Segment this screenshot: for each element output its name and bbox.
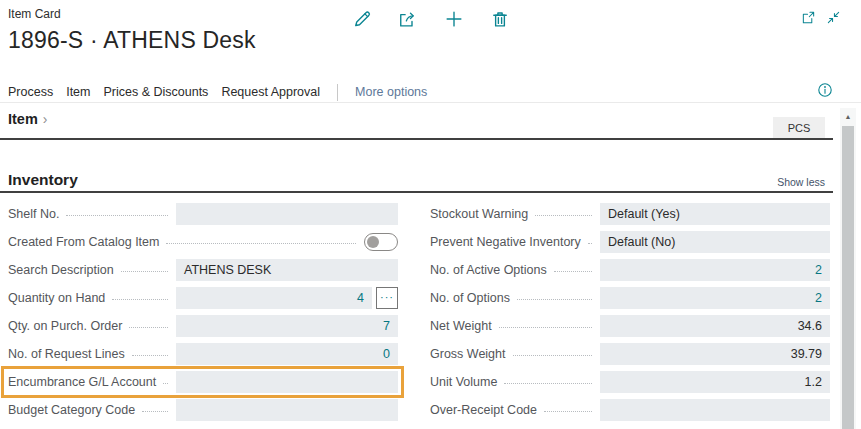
gross-weight-label: Gross Weight: [430, 347, 506, 361]
encumbrance-gl-account-label: Encumbrance G/L Account: [8, 375, 156, 389]
share-button[interactable]: [397, 9, 417, 29]
quantity-on-hand-input[interactable]: 4: [176, 287, 372, 309]
field-row-quantity-on-hand: Quantity on Hand4···: [8, 287, 398, 309]
field-row-stockout-warning: Stockout WarningDefault (Yes): [430, 203, 830, 225]
item-band-underline: [0, 138, 833, 140]
qty-on-purch-order-input[interactable]: 7: [176, 315, 398, 337]
page-title: 1896-S · ATHENS Desk: [8, 27, 256, 54]
dotted-leader: [66, 203, 168, 216]
unit-of-measure-badge[interactable]: PCS: [773, 117, 825, 139]
fields-column-right: Stockout WarningDefault (Yes)Prevent Neg…: [430, 203, 830, 427]
dotted-leader: [513, 343, 593, 356]
field-row-encumbrance-gl-account: Encumbrance G/L Account: [8, 371, 398, 393]
field-row-prevent-negative-inventory: Prevent Negative InventoryDefault (No): [430, 231, 830, 253]
inventory-section-underline: [0, 191, 833, 193]
show-less-link[interactable]: Show less: [777, 176, 825, 188]
no-of-active-options-label: No. of Active Options: [430, 263, 547, 277]
unit-volume-input[interactable]: 1.2: [600, 371, 830, 393]
dotted-leader: [163, 371, 168, 384]
no-of-request-lines-input[interactable]: 0: [176, 343, 398, 365]
shelf-no-label: Shelf No.: [8, 207, 59, 221]
dotted-leader: [499, 315, 592, 328]
qty-on-purch-order-label: Qty. on Purch. Order: [8, 319, 122, 333]
info-icon: [817, 82, 833, 98]
menu-request-approval[interactable]: Request Approval: [221, 85, 320, 99]
collapse-button[interactable]: [826, 10, 841, 25]
scrollbar-thumb[interactable]: [842, 126, 854, 429]
net-weight-input[interactable]: 34.6: [600, 315, 830, 337]
search-description-input[interactable]: ATHENS DESK: [176, 259, 398, 281]
inventory-section-title: Inventory: [8, 171, 78, 189]
no-of-request-lines-label: No. of Request Lines: [8, 347, 125, 361]
no-of-active-options-input[interactable]: 2: [600, 259, 830, 281]
no-of-options-label: No. of Options: [430, 291, 510, 305]
quantity-on-hand-assist-button[interactable]: ···: [376, 287, 398, 309]
action-bar: Process Item Prices & Discounts Request …: [8, 82, 427, 102]
trash-icon: [490, 9, 510, 29]
field-row-no-of-active-options: No. of Active Options2: [430, 259, 830, 281]
encumbrance-gl-account-input[interactable]: [176, 371, 398, 393]
new-button[interactable]: [444, 9, 464, 29]
menu-prices-discounts[interactable]: Prices & Discounts: [103, 85, 208, 99]
net-weight-label: Net Weight: [430, 319, 492, 333]
field-row-created-from-catalog-item: Created From Catalog Item: [8, 231, 398, 253]
budget-category-code-label: Budget Category Code: [8, 403, 135, 417]
fields-column-left: Shelf No.Created From Catalog ItemSearch…: [8, 203, 398, 427]
field-row-gross-weight: Gross Weight39.79: [430, 343, 830, 365]
breadcrumb: Item: [8, 111, 38, 127]
dotted-leader: [142, 399, 168, 412]
page-type-caption: Item Card: [8, 7, 61, 21]
gross-weight-input[interactable]: 39.79: [600, 343, 830, 365]
info-button[interactable]: [817, 82, 833, 98]
shelf-no-input[interactable]: [176, 203, 398, 225]
menu-divider: [337, 84, 338, 101]
share-icon: [397, 9, 417, 29]
vertical-scrollbar[interactable]: ▲: [840, 108, 856, 429]
field-row-no-of-options: No. of Options2: [430, 287, 830, 309]
menu-process[interactable]: Process: [8, 85, 53, 99]
dotted-leader: [554, 259, 592, 272]
stockout-warning-label: Stockout Warning: [430, 207, 528, 221]
action-bar-divider: [0, 102, 861, 103]
dotted-leader: [544, 399, 592, 412]
field-row-unit-volume: Unit Volume1.2: [430, 371, 830, 393]
dotted-leader: [166, 231, 356, 244]
search-description-label: Search Description: [8, 263, 114, 277]
collapse-arrows-icon: [826, 10, 841, 25]
field-row-net-weight: Net Weight34.6: [430, 315, 830, 337]
plus-icon: [444, 9, 464, 29]
dotted-leader: [517, 287, 592, 300]
field-row-search-description: Search DescriptionATHENS DESK: [8, 259, 398, 281]
menu-item[interactable]: Item: [66, 85, 90, 99]
column-spacer: [398, 203, 430, 427]
dotted-leader: [129, 315, 168, 328]
created-from-catalog-item-toggle[interactable]: [364, 233, 398, 251]
fasttab-item-header[interactable]: Item›: [8, 111, 48, 127]
edit-button[interactable]: [352, 9, 372, 29]
delete-button[interactable]: [490, 9, 510, 29]
field-row-budget-category-code: Budget Category Code: [8, 399, 398, 421]
toggle-knob: [367, 236, 379, 248]
scroll-up-button[interactable]: ▲: [840, 108, 856, 125]
popout-icon: [801, 10, 816, 25]
more-options-button[interactable]: More options: [355, 85, 427, 99]
field-row-over-receipt-code: Over-Receipt Code: [430, 399, 830, 421]
open-in-window-button[interactable]: [801, 10, 816, 25]
budget-category-code-input[interactable]: [176, 399, 398, 421]
unit-volume-label: Unit Volume: [430, 375, 497, 389]
item-card-page: Item Card 1896-S · ATHENS Desk: [0, 0, 861, 429]
dotted-leader: [112, 287, 168, 300]
dotted-leader: [132, 343, 168, 356]
dotted-leader: [504, 371, 592, 384]
no-of-options-input[interactable]: 2: [600, 287, 830, 309]
stockout-warning-input[interactable]: Default (Yes): [600, 203, 830, 225]
dotted-leader: [588, 231, 592, 244]
over-receipt-code-input[interactable]: [600, 399, 830, 421]
dotted-leader: [535, 203, 592, 216]
created-from-catalog-item-label: Created From Catalog Item: [8, 235, 159, 249]
quantity-on-hand-label: Quantity on Hand: [8, 291, 105, 305]
dotted-leader: [121, 259, 168, 272]
pencil-icon: [352, 9, 372, 29]
prevent-negative-inventory-input[interactable]: Default (No): [600, 231, 830, 253]
field-row-qty-on-purch-order: Qty. on Purch. Order7: [8, 315, 398, 337]
